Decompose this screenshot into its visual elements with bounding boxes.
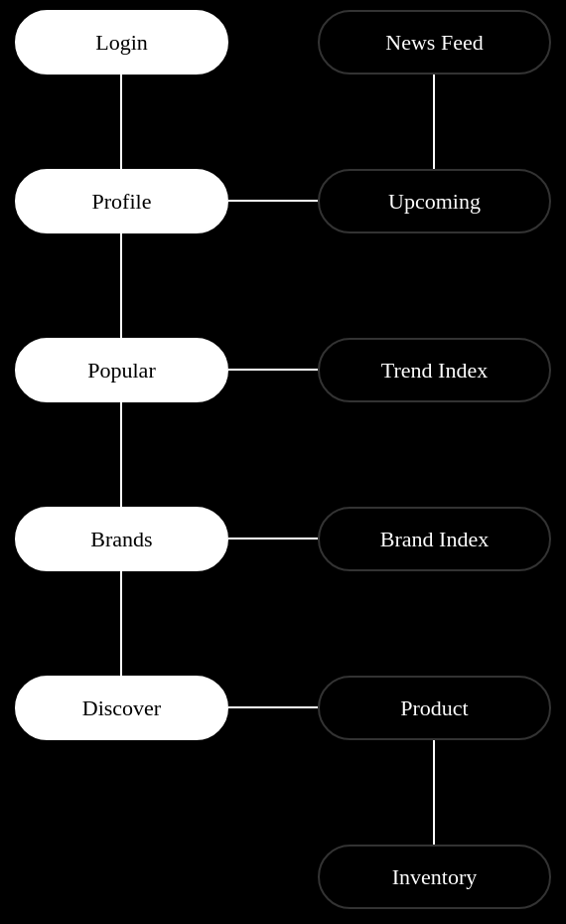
product-node[interactable]: Product [318,676,551,740]
diagram: Login News Feed Profile Upcoming Popular… [0,0,566,924]
popular-node[interactable]: Popular [15,338,228,402]
brands-node[interactable]: Brands [15,507,228,571]
discover-node[interactable]: Discover [15,676,228,740]
newsfeed-node[interactable]: News Feed [318,10,551,75]
login-node[interactable]: Login [15,10,228,75]
inventory-node[interactable]: Inventory [318,845,551,909]
trendindex-node[interactable]: Trend Index [318,338,551,402]
connection-lines [0,0,566,924]
brandindex-node[interactable]: Brand Index [318,507,551,571]
upcoming-node[interactable]: Upcoming [318,169,551,233]
profile-node[interactable]: Profile [15,169,228,233]
